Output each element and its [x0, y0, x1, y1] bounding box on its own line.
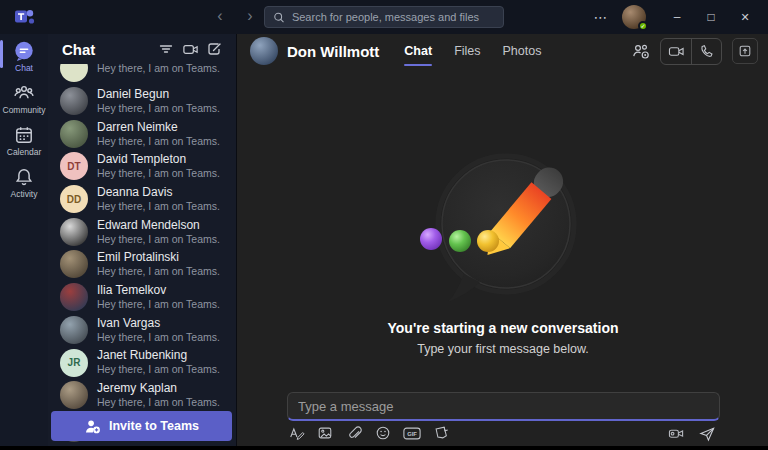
- contact-avatar: [60, 218, 88, 246]
- popout-icon[interactable]: [732, 38, 758, 64]
- calendar-icon: [13, 124, 35, 146]
- video-clip-icon[interactable]: [667, 424, 685, 442]
- contact-name: Daniel Begun: [97, 87, 220, 102]
- chat-list-item[interactable]: Ilia Temelkov Hey there, I am on Teams.: [48, 281, 236, 314]
- contact-name: Ilia Temelkov: [97, 283, 220, 298]
- app-rail: Chat Community C: [0, 34, 48, 446]
- panel-title: Chat: [62, 41, 154, 58]
- contact-name: Jeremy Kaplan: [97, 381, 220, 396]
- chat-list-item[interactable]: Emil Protalinski Hey there, I am on Team…: [48, 248, 236, 281]
- rail-label: Chat: [15, 63, 33, 73]
- close-button[interactable]: ✕: [728, 0, 762, 34]
- new-conversation-illustration: [398, 132, 608, 312]
- contact-name: Darren Neimke: [97, 120, 220, 135]
- contact-name: Edward Mendelson: [97, 218, 220, 233]
- conversation-avatar[interactable]: [250, 37, 278, 65]
- message-preview: Hey there, I am on Teams.: [97, 233, 220, 246]
- message-preview: Hey there, I am on Teams.: [97, 265, 220, 278]
- send-icon[interactable]: [698, 424, 716, 442]
- message-preview: Hey there, I am on Teams.: [97, 135, 220, 148]
- contact-avatar: [60, 250, 88, 278]
- contact-name: David Templeton: [97, 152, 220, 167]
- contact-avatar: [60, 283, 88, 311]
- contact-avatar: JR: [60, 349, 88, 377]
- more-options-button[interactable]: ⋯: [586, 9, 616, 25]
- conversation-title: Don Willmott: [287, 43, 379, 60]
- format-icon[interactable]: [287, 424, 305, 442]
- titlebar: ‹ › ⋯ ✓ – □ ✕: [0, 0, 768, 34]
- search-bar[interactable]: [264, 6, 504, 28]
- attachment-icon[interactable]: [345, 424, 363, 442]
- filter-icon[interactable]: [154, 38, 178, 60]
- maximize-button[interactable]: □: [694, 0, 728, 34]
- rail-item-community[interactable]: Community: [0, 76, 48, 118]
- rail-label: Community: [3, 105, 46, 115]
- svg-text:GIF: GIF: [407, 431, 417, 437]
- tab-photos[interactable]: Photos: [494, 34, 551, 68]
- user-avatar[interactable]: ✓: [622, 5, 646, 29]
- chat-list-item[interactable]: DT David Templeton Hey there, I am on Te…: [48, 150, 236, 183]
- empty-state-subtitle: Type your first message below.: [238, 342, 768, 356]
- conversation-pane: Don Willmott ChatFilesPhotos: [238, 34, 768, 446]
- contact-avatar: [60, 316, 88, 344]
- call-button-group: [660, 38, 722, 65]
- tab-files[interactable]: Files: [445, 34, 489, 68]
- message-preview: Hey there, I am on Teams.: [97, 331, 220, 344]
- chat-list-item[interactable]: Ivan Vargas Hey there, I am on Teams.: [48, 314, 236, 347]
- forward-button[interactable]: ›: [240, 6, 260, 26]
- contact-name: Emil Protalinski: [97, 250, 220, 265]
- message-preview: Hey there, I am on Teams.: [97, 167, 220, 180]
- meet-now-icon[interactable]: [178, 38, 202, 60]
- chat-list-item[interactable]: Edward Mendelson Hey there, I am on Team…: [48, 215, 236, 248]
- video-call-button[interactable]: [661, 39, 691, 64]
- image-icon[interactable]: [316, 424, 334, 442]
- chat-list-item[interactable]: Hey there, I am on Teams.: [48, 64, 236, 85]
- chat-list-panel: Chat H: [48, 34, 237, 446]
- empty-state: You're starting a new conversation Type …: [238, 68, 768, 382]
- gif-icon[interactable]: GIF: [403, 424, 421, 442]
- composer-toolbar: GIF: [287, 422, 720, 444]
- back-button[interactable]: ‹: [210, 6, 230, 26]
- teams-window: ‹ › ⋯ ✓ – □ ✕: [0, 0, 768, 446]
- people-settings-icon[interactable]: [630, 40, 652, 62]
- chat-list: Hey there, I am on Teams. Daniel Begun H…: [48, 64, 236, 446]
- search-icon: [273, 11, 285, 24]
- sticker-icon[interactable]: [432, 424, 450, 442]
- empty-state-title: You're starting a new conversation: [238, 320, 768, 336]
- contact-name: Janet Rubenking: [97, 348, 220, 363]
- invite-to-teams-button[interactable]: Invite to Teams: [51, 411, 232, 441]
- bell-icon: [13, 166, 35, 188]
- new-chat-icon[interactable]: [202, 38, 226, 60]
- rail-item-activity[interactable]: Activity: [0, 160, 48, 202]
- message-preview: Hey there, I am on Teams.: [97, 200, 220, 213]
- contact-name: Ivan Vargas: [97, 316, 220, 331]
- audio-call-button[interactable]: [691, 39, 721, 64]
- message-preview: Hey there, I am on Teams.: [97, 363, 220, 376]
- chat-list-item[interactable]: Darren Neimke Hey there, I am on Teams.: [48, 117, 236, 150]
- message-preview: Hey there, I am on Teams.: [97, 396, 220, 409]
- chat-list-item[interactable]: DD Deanna Davis Hey there, I am on Teams…: [48, 183, 236, 216]
- message-preview: Hey there, I am on Teams.: [97, 64, 220, 75]
- message-input[interactable]: [298, 399, 709, 414]
- chat-icon: [13, 40, 35, 62]
- message-preview: Hey there, I am on Teams.: [97, 298, 220, 311]
- conversation-tabs: ChatFilesPhotos: [395, 34, 630, 68]
- emoji-icon[interactable]: [374, 424, 392, 442]
- contact-avatar: DD: [60, 185, 88, 213]
- teams-logo-icon: [14, 7, 36, 27]
- message-box[interactable]: [287, 392, 720, 421]
- chat-list-item[interactable]: Jeremy Kaplan Hey there, I am on Teams.: [48, 379, 236, 412]
- rail-label: Calendar: [7, 147, 42, 157]
- chat-list-item[interactable]: Daniel Begun Hey there, I am on Teams.: [48, 85, 236, 118]
- search-input[interactable]: [292, 11, 495, 23]
- conversation-header: Don Willmott ChatFilesPhotos: [238, 34, 768, 68]
- chat-list-item[interactable]: JR Janet Rubenking Hey there, I am on Te…: [48, 346, 236, 379]
- person-add-icon: [84, 419, 101, 434]
- tab-chat[interactable]: Chat: [395, 34, 441, 68]
- rail-item-chat[interactable]: Chat: [0, 34, 48, 76]
- minimize-button[interactable]: –: [660, 0, 694, 34]
- contact-name: Deanna Davis: [97, 185, 220, 200]
- contact-avatar: [60, 87, 88, 115]
- rail-item-calendar[interactable]: Calendar: [0, 118, 48, 160]
- contact-avatar: [60, 381, 88, 409]
